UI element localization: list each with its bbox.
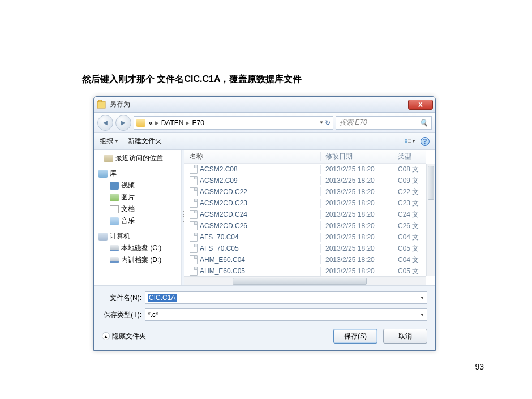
folder-icon xyxy=(136,119,145,127)
file-icon xyxy=(190,221,198,230)
sidebar-item-libraries[interactable]: 库 xyxy=(94,168,181,179)
bc-sep-icon: ▶ xyxy=(186,120,190,126)
file-date: 2013/2/25 18:20 xyxy=(321,233,394,241)
svg-rect-2 xyxy=(405,139,407,140)
breadcrumb-dropdown-icon[interactable]: ▼ xyxy=(319,120,324,125)
file-type: C04 文 xyxy=(394,233,426,242)
file-type: C09 文 xyxy=(394,176,426,186)
sidebar-item-documents[interactable]: 文档 xyxy=(94,203,181,215)
svg-rect-1 xyxy=(98,100,102,102)
svg-rect-3 xyxy=(405,141,407,143)
sidebar-item-video[interactable]: 视频 xyxy=(94,179,181,191)
breadcrumb[interactable]: « ▶ DATEN ▶ E70 ▼ ↻ xyxy=(134,116,333,130)
file-row[interactable]: ACSM2.C092013/2/25 18:20C09 文 xyxy=(184,175,426,186)
file-name: AHM_E60.C05 xyxy=(200,267,245,275)
file-icon xyxy=(190,255,198,264)
file-row[interactable]: AFS_70.C052013/2/25 18:20C05 文 xyxy=(184,243,426,254)
file-row[interactable]: ACSM2CD.C242013/2/25 18:20C24 文 xyxy=(184,209,426,220)
documents-icon xyxy=(110,205,119,213)
file-type: C23 文 xyxy=(394,199,426,208)
chevron-down-icon[interactable]: ▼ xyxy=(420,312,424,318)
column-name[interactable]: 名称 xyxy=(184,152,321,161)
file-icon xyxy=(190,233,198,242)
cancel-button[interactable]: 取消 xyxy=(383,329,427,344)
sidebar-item-drive-c[interactable]: 本地磁盘 (C:) xyxy=(94,242,181,254)
file-date: 2013/2/25 18:20 xyxy=(321,188,394,196)
bc-prefix: « xyxy=(149,119,153,127)
save-button[interactable]: 保存(S) xyxy=(333,329,377,344)
dialog-body: 最近访问的位置 库 视频 图片 文档 音乐 计算机 本地磁盘 (C:) 内训档案… xyxy=(94,150,435,285)
sidebar-item-recent[interactable]: 最近访问的位置 xyxy=(94,152,181,164)
file-type: C26 文 xyxy=(394,221,426,231)
arrow-right-icon: ► xyxy=(120,118,127,127)
file-date: 2013/2/25 18:20 xyxy=(321,211,394,218)
dialog-title: 另存为 xyxy=(110,100,408,109)
sidebar-item-drive-d[interactable]: 内训档案 (D:) xyxy=(94,254,181,266)
filetype-value: *.c* xyxy=(148,311,158,319)
bc-sep-icon: ▶ xyxy=(155,120,159,126)
bc-daten[interactable]: DATEN xyxy=(161,119,184,127)
file-icon xyxy=(190,244,198,253)
recent-icon xyxy=(104,155,113,162)
bc-e70[interactable]: E70 xyxy=(192,119,204,127)
search-placeholder: 搜索 E70 xyxy=(340,118,367,127)
chevron-down-icon: ▼ xyxy=(411,139,416,144)
file-row[interactable]: ACSM2CD.C262013/2/25 18:20C26 文 xyxy=(184,220,426,231)
file-row[interactable]: AFS_70.C042013/2/25 18:20C04 文 xyxy=(184,231,426,243)
navigation-sidebar[interactable]: 最近访问的位置 库 视频 图片 文档 音乐 计算机 本地磁盘 (C:) 内训档案… xyxy=(94,150,182,285)
drive-icon xyxy=(110,257,119,263)
file-name: AFS_70.C05 xyxy=(200,244,239,252)
sidebar-item-computer[interactable]: 计算机 xyxy=(94,230,181,242)
organize-menu[interactable]: 组织 ▼ xyxy=(100,136,119,146)
close-button[interactable]: X xyxy=(408,100,433,110)
search-icon: 🔍 xyxy=(419,119,428,127)
vertical-scrollbar[interactable] xyxy=(426,164,435,276)
file-name: AFS_70.C04 xyxy=(200,233,239,241)
toolbar: 组织 ▼ 新建文件夹 ▼ ? xyxy=(94,133,435,150)
chevron-down-icon[interactable]: ▼ xyxy=(420,295,424,301)
file-icon xyxy=(190,165,198,174)
file-row[interactable]: AHM_E60.C042013/2/25 18:20C04 文 xyxy=(184,254,426,265)
file-list-rows[interactable]: ACSM2.C082013/2/25 18:20C08 文ACSM2.C0920… xyxy=(184,164,426,276)
file-date: 2013/2/25 18:20 xyxy=(321,199,394,207)
file-icon xyxy=(190,267,198,276)
file-name: AHM_E60.C04 xyxy=(200,256,245,264)
filetype-label: 保存类型(T): xyxy=(102,310,141,320)
video-icon xyxy=(110,182,119,190)
back-button[interactable]: ◄ xyxy=(97,115,113,131)
file-row[interactable]: ACSM2.C082013/2/25 18:20C08 文 xyxy=(184,164,426,175)
file-row[interactable]: ACSM2CD.C232013/2/25 18:20C23 文 xyxy=(184,198,426,209)
library-icon xyxy=(98,170,108,178)
app-icon xyxy=(96,100,106,110)
navigation-bar: ◄ ► « ▶ DATEN ▶ E70 ▼ ↻ 搜索 E70 🔍 xyxy=(94,113,435,133)
search-input[interactable]: 搜索 E70 🔍 xyxy=(336,116,432,130)
refresh-icon[interactable]: ↻ xyxy=(325,119,331,127)
file-type: C22 文 xyxy=(394,187,426,197)
file-row[interactable]: AHM_E60.C052013/2/25 18:20C05 文 xyxy=(184,265,426,276)
file-date: 2013/2/25 18:20 xyxy=(321,244,394,252)
arrow-left-icon: ◄ xyxy=(102,118,109,127)
new-folder-button[interactable]: 新建文件夹 xyxy=(128,136,162,146)
sidebar-item-pictures[interactable]: 图片 xyxy=(94,191,181,203)
view-options-button[interactable]: ▼ xyxy=(405,136,416,147)
file-name: ACSM2.C08 xyxy=(200,165,238,173)
file-type: C04 文 xyxy=(394,255,426,265)
file-date: 2013/2/25 18:20 xyxy=(321,267,394,275)
file-row[interactable]: ACSM2CD.C222013/2/25 18:20C22 文 xyxy=(184,186,426,198)
file-list: 名称 修改日期 类型 ACSM2.C082013/2/25 18:20C08 文… xyxy=(184,150,435,285)
filename-input[interactable]: CIC.C1A ▼ xyxy=(145,291,427,304)
file-icon xyxy=(190,210,198,219)
hide-folders-toggle[interactable]: ▲ 隐藏文件夹 xyxy=(102,332,146,341)
help-button[interactable]: ? xyxy=(421,137,430,146)
file-type: C08 文 xyxy=(394,165,426,174)
horizontal-scrollbar[interactable] xyxy=(184,276,426,285)
sidebar-item-music[interactable]: 音乐 xyxy=(94,215,181,227)
filetype-select[interactable]: *.c* ▼ xyxy=(145,308,427,321)
chevron-down-icon: ▼ xyxy=(114,139,119,144)
file-name: ACSM2CD.C23 xyxy=(200,199,247,207)
forward-button[interactable]: ► xyxy=(115,115,131,131)
column-date[interactable]: 修改日期 xyxy=(321,152,394,161)
save-as-dialog: 另存为 X ◄ ► « ▶ DATEN ▶ E70 ▼ ↻ 搜索 E70 🔍 组… xyxy=(93,96,436,351)
computer-icon xyxy=(98,233,108,241)
column-type[interactable]: 类型 xyxy=(394,152,426,161)
